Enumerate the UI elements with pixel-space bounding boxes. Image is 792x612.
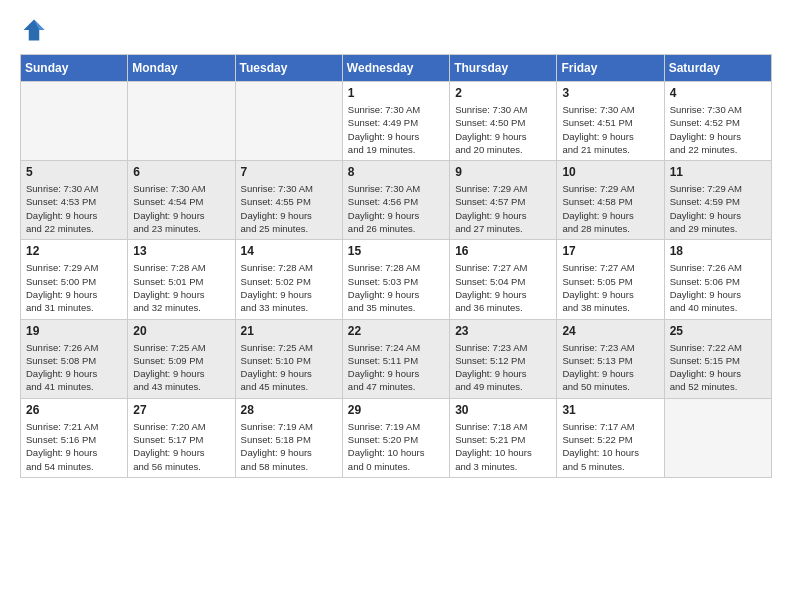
- day-info: Sunrise: 7:22 AM Sunset: 5:15 PM Dayligh…: [670, 341, 766, 394]
- day-info: Sunrise: 7:29 AM Sunset: 5:00 PM Dayligh…: [26, 261, 122, 314]
- weekday-header-row: SundayMondayTuesdayWednesdayThursdayFrid…: [21, 55, 772, 82]
- calendar-cell-4-2: 20Sunrise: 7:25 AM Sunset: 5:09 PM Dayli…: [128, 319, 235, 398]
- calendar-cell-5-1: 26Sunrise: 7:21 AM Sunset: 5:16 PM Dayli…: [21, 398, 128, 477]
- calendar-cell-3-7: 18Sunrise: 7:26 AM Sunset: 5:06 PM Dayli…: [664, 240, 771, 319]
- day-number: 18: [670, 244, 766, 258]
- day-info: Sunrise: 7:25 AM Sunset: 5:09 PM Dayligh…: [133, 341, 229, 394]
- day-info: Sunrise: 7:29 AM Sunset: 4:58 PM Dayligh…: [562, 182, 658, 235]
- calendar-cell-1-2: [128, 82, 235, 161]
- day-number: 4: [670, 86, 766, 100]
- day-number: 30: [455, 403, 551, 417]
- day-info: Sunrise: 7:27 AM Sunset: 5:05 PM Dayligh…: [562, 261, 658, 314]
- day-info: Sunrise: 7:29 AM Sunset: 4:57 PM Dayligh…: [455, 182, 551, 235]
- day-info: Sunrise: 7:29 AM Sunset: 4:59 PM Dayligh…: [670, 182, 766, 235]
- day-info: Sunrise: 7:18 AM Sunset: 5:21 PM Dayligh…: [455, 420, 551, 473]
- day-number: 11: [670, 165, 766, 179]
- calendar-cell-1-4: 1Sunrise: 7:30 AM Sunset: 4:49 PM Daylig…: [342, 82, 449, 161]
- calendar-cell-4-5: 23Sunrise: 7:23 AM Sunset: 5:12 PM Dayli…: [450, 319, 557, 398]
- day-number: 16: [455, 244, 551, 258]
- calendar-cell-3-1: 12Sunrise: 7:29 AM Sunset: 5:00 PM Dayli…: [21, 240, 128, 319]
- calendar-cell-3-6: 17Sunrise: 7:27 AM Sunset: 5:05 PM Dayli…: [557, 240, 664, 319]
- day-info: Sunrise: 7:30 AM Sunset: 4:51 PM Dayligh…: [562, 103, 658, 156]
- day-info: Sunrise: 7:24 AM Sunset: 5:11 PM Dayligh…: [348, 341, 444, 394]
- day-info: Sunrise: 7:23 AM Sunset: 5:12 PM Dayligh…: [455, 341, 551, 394]
- calendar-cell-5-4: 29Sunrise: 7:19 AM Sunset: 5:20 PM Dayli…: [342, 398, 449, 477]
- day-info: Sunrise: 7:30 AM Sunset: 4:55 PM Dayligh…: [241, 182, 337, 235]
- calendar-cell-3-2: 13Sunrise: 7:28 AM Sunset: 5:01 PM Dayli…: [128, 240, 235, 319]
- day-number: 6: [133, 165, 229, 179]
- calendar-cell-5-5: 30Sunrise: 7:18 AM Sunset: 5:21 PM Dayli…: [450, 398, 557, 477]
- calendar-week-2: 5Sunrise: 7:30 AM Sunset: 4:53 PM Daylig…: [21, 161, 772, 240]
- day-number: 13: [133, 244, 229, 258]
- day-number: 24: [562, 324, 658, 338]
- calendar-cell-5-3: 28Sunrise: 7:19 AM Sunset: 5:18 PM Dayli…: [235, 398, 342, 477]
- header: [20, 16, 772, 44]
- weekday-sunday: Sunday: [21, 55, 128, 82]
- day-number: 12: [26, 244, 122, 258]
- day-number: 17: [562, 244, 658, 258]
- weekday-tuesday: Tuesday: [235, 55, 342, 82]
- day-info: Sunrise: 7:19 AM Sunset: 5:18 PM Dayligh…: [241, 420, 337, 473]
- day-info: Sunrise: 7:28 AM Sunset: 5:03 PM Dayligh…: [348, 261, 444, 314]
- calendar-cell-2-7: 11Sunrise: 7:29 AM Sunset: 4:59 PM Dayli…: [664, 161, 771, 240]
- calendar-cell-4-3: 21Sunrise: 7:25 AM Sunset: 5:10 PM Dayli…: [235, 319, 342, 398]
- day-info: Sunrise: 7:19 AM Sunset: 5:20 PM Dayligh…: [348, 420, 444, 473]
- day-number: 5: [26, 165, 122, 179]
- calendar-cell-2-1: 5Sunrise: 7:30 AM Sunset: 4:53 PM Daylig…: [21, 161, 128, 240]
- calendar-cell-1-1: [21, 82, 128, 161]
- day-info: Sunrise: 7:27 AM Sunset: 5:04 PM Dayligh…: [455, 261, 551, 314]
- day-number: 3: [562, 86, 658, 100]
- day-info: Sunrise: 7:20 AM Sunset: 5:17 PM Dayligh…: [133, 420, 229, 473]
- day-number: 20: [133, 324, 229, 338]
- weekday-thursday: Thursday: [450, 55, 557, 82]
- day-number: 27: [133, 403, 229, 417]
- day-info: Sunrise: 7:28 AM Sunset: 5:02 PM Dayligh…: [241, 261, 337, 314]
- day-number: 29: [348, 403, 444, 417]
- day-info: Sunrise: 7:30 AM Sunset: 4:50 PM Dayligh…: [455, 103, 551, 156]
- calendar-cell-5-6: 31Sunrise: 7:17 AM Sunset: 5:22 PM Dayli…: [557, 398, 664, 477]
- calendar-cell-5-2: 27Sunrise: 7:20 AM Sunset: 5:17 PM Dayli…: [128, 398, 235, 477]
- weekday-wednesday: Wednesday: [342, 55, 449, 82]
- calendar-cell-3-5: 16Sunrise: 7:27 AM Sunset: 5:04 PM Dayli…: [450, 240, 557, 319]
- day-number: 21: [241, 324, 337, 338]
- day-info: Sunrise: 7:30 AM Sunset: 4:53 PM Dayligh…: [26, 182, 122, 235]
- day-info: Sunrise: 7:30 AM Sunset: 4:56 PM Dayligh…: [348, 182, 444, 235]
- day-info: Sunrise: 7:23 AM Sunset: 5:13 PM Dayligh…: [562, 341, 658, 394]
- calendar-cell-4-1: 19Sunrise: 7:26 AM Sunset: 5:08 PM Dayli…: [21, 319, 128, 398]
- day-number: 2: [455, 86, 551, 100]
- calendar-cell-1-6: 3Sunrise: 7:30 AM Sunset: 4:51 PM Daylig…: [557, 82, 664, 161]
- calendar-cell-4-6: 24Sunrise: 7:23 AM Sunset: 5:13 PM Dayli…: [557, 319, 664, 398]
- day-info: Sunrise: 7:28 AM Sunset: 5:01 PM Dayligh…: [133, 261, 229, 314]
- day-number: 1: [348, 86, 444, 100]
- day-number: 10: [562, 165, 658, 179]
- calendar-cell-4-4: 22Sunrise: 7:24 AM Sunset: 5:11 PM Dayli…: [342, 319, 449, 398]
- day-number: 15: [348, 244, 444, 258]
- day-number: 7: [241, 165, 337, 179]
- weekday-friday: Friday: [557, 55, 664, 82]
- day-info: Sunrise: 7:17 AM Sunset: 5:22 PM Dayligh…: [562, 420, 658, 473]
- calendar-cell-2-2: 6Sunrise: 7:30 AM Sunset: 4:54 PM Daylig…: [128, 161, 235, 240]
- calendar-cell-2-3: 7Sunrise: 7:30 AM Sunset: 4:55 PM Daylig…: [235, 161, 342, 240]
- calendar-cell-1-3: [235, 82, 342, 161]
- day-number: 28: [241, 403, 337, 417]
- calendar-cell-2-5: 9Sunrise: 7:29 AM Sunset: 4:57 PM Daylig…: [450, 161, 557, 240]
- calendar-table: SundayMondayTuesdayWednesdayThursdayFrid…: [20, 54, 772, 478]
- calendar-cell-4-7: 25Sunrise: 7:22 AM Sunset: 5:15 PM Dayli…: [664, 319, 771, 398]
- calendar-week-3: 12Sunrise: 7:29 AM Sunset: 5:00 PM Dayli…: [21, 240, 772, 319]
- calendar-cell-3-4: 15Sunrise: 7:28 AM Sunset: 5:03 PM Dayli…: [342, 240, 449, 319]
- calendar-cell-5-7: [664, 398, 771, 477]
- calendar-week-4: 19Sunrise: 7:26 AM Sunset: 5:08 PM Dayli…: [21, 319, 772, 398]
- day-info: Sunrise: 7:25 AM Sunset: 5:10 PM Dayligh…: [241, 341, 337, 394]
- calendar-cell-1-7: 4Sunrise: 7:30 AM Sunset: 4:52 PM Daylig…: [664, 82, 771, 161]
- calendar-week-1: 1Sunrise: 7:30 AM Sunset: 4:49 PM Daylig…: [21, 82, 772, 161]
- day-number: 9: [455, 165, 551, 179]
- day-number: 25: [670, 324, 766, 338]
- day-number: 31: [562, 403, 658, 417]
- day-info: Sunrise: 7:30 AM Sunset: 4:52 PM Dayligh…: [670, 103, 766, 156]
- day-info: Sunrise: 7:30 AM Sunset: 4:49 PM Dayligh…: [348, 103, 444, 156]
- calendar-cell-1-5: 2Sunrise: 7:30 AM Sunset: 4:50 PM Daylig…: [450, 82, 557, 161]
- day-info: Sunrise: 7:26 AM Sunset: 5:06 PM Dayligh…: [670, 261, 766, 314]
- logo: [20, 16, 52, 44]
- day-info: Sunrise: 7:21 AM Sunset: 5:16 PM Dayligh…: [26, 420, 122, 473]
- calendar-week-5: 26Sunrise: 7:21 AM Sunset: 5:16 PM Dayli…: [21, 398, 772, 477]
